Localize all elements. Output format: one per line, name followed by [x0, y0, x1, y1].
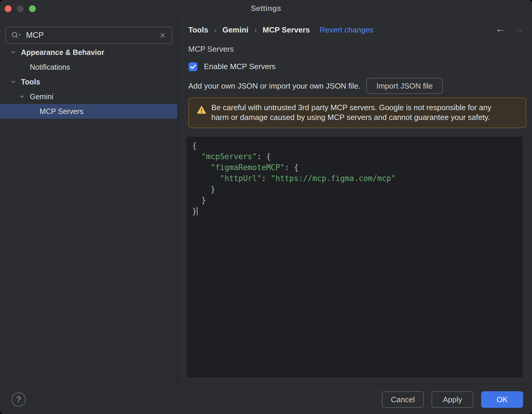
- code-punctuation: }: [192, 185, 215, 194]
- breadcrumb-items: Tools›Gemini›MCP Servers: [188, 25, 310, 35]
- code-string: "https://mcp.figma.com/mcp": [271, 174, 396, 183]
- breadcrumb-item-tools[interactable]: Tools: [188, 25, 208, 35]
- section-title: MCP Servers: [188, 45, 234, 54]
- code-line: "figmaRemoteMCP": {: [192, 162, 523, 173]
- chevron-down-icon[interactable]: [9, 48, 17, 56]
- search-value: MCP: [26, 31, 159, 40]
- code-punctuation: }: [192, 207, 197, 216]
- chevron-down-icon[interactable]: [9, 78, 17, 86]
- code-line: }: [192, 206, 523, 217]
- breadcrumb-item-gemini[interactable]: Gemini: [222, 25, 248, 35]
- json-editor[interactable]: { "mcpServers": { "figmaRemoteMCP": { "h…: [187, 137, 523, 377]
- sidebar-item-tools[interactable]: Tools: [0, 74, 177, 89]
- sidebar-item-label: Gemini: [30, 92, 53, 101]
- clear-search-icon[interactable]: ✕: [159, 32, 166, 39]
- code-punctuation: :: [262, 174, 271, 183]
- revert-changes-link[interactable]: Revert changes: [320, 25, 374, 35]
- code-string: "mcpServers": [201, 152, 257, 161]
- back-arrow-icon[interactable]: ←: [495, 23, 505, 35]
- settings-tree: Appearance & BehaviorNotificationsToolsG…: [0, 45, 177, 119]
- ok-button[interactable]: OK: [481, 391, 523, 408]
- breadcrumb-separator: ›: [254, 26, 257, 34]
- sidebar-item-mcp-servers[interactable]: MCP Servers: [0, 104, 177, 119]
- breadcrumb: Tools›Gemini›MCP Servers Revert changes: [188, 25, 374, 35]
- code-punctuation: [192, 152, 201, 161]
- breadcrumb-item-mcp-servers[interactable]: MCP Servers: [263, 25, 310, 35]
- code-punctuation: {: [192, 141, 197, 150]
- code-string: "httpUrl": [220, 174, 262, 183]
- main-panel: Tools›Gemini›MCP Servers Revert changes …: [178, 17, 532, 384]
- search-icon[interactable]: [11, 31, 21, 40]
- code-line: }: [192, 195, 523, 206]
- import-instruction: Add your own JSON or import your own JSO…: [188, 82, 360, 91]
- breadcrumb-separator: ›: [214, 26, 216, 34]
- settings-window: Settings MCP ✕ Appearance & BehaviorNoti…: [0, 0, 532, 414]
- code-punctuation: [192, 163, 211, 172]
- import-json-button[interactable]: Import JSON file: [366, 78, 443, 94]
- enable-mcp-checkbox[interactable]: [189, 62, 197, 71]
- section-header: MCP Servers: [188, 45, 523, 54]
- sidebar-item-label: Appearance & Behavior: [21, 48, 104, 57]
- search-input[interactable]: MCP ✕: [5, 27, 172, 44]
- sidebar-item-label: Notifications: [30, 63, 70, 71]
- sidebar-item-gemini[interactable]: Gemini: [0, 89, 177, 104]
- code-punctuation: }: [192, 196, 206, 205]
- warning-text: Be careful with untrusted 3rd party MCP …: [211, 103, 510, 122]
- sidebar-item-appearance-behavior[interactable]: Appearance & Behavior: [0, 45, 177, 60]
- window-title: Settings: [0, 0, 532, 17]
- code-line: }: [192, 184, 523, 195]
- code-punctuation: : {: [285, 163, 299, 172]
- checkmark-icon: [190, 64, 196, 69]
- code-punctuation: [192, 174, 220, 183]
- code-line: "httpUrl": "https://mcp.figma.com/mcp": [192, 173, 523, 184]
- warning-icon: [197, 106, 206, 122]
- enable-mcp-label: Enable MCP Servers: [204, 62, 275, 71]
- sidebar-item-label: Tools: [21, 78, 40, 86]
- forward-arrow-icon: →: [514, 23, 524, 35]
- title-bar: Settings: [0, 0, 532, 17]
- cancel-button[interactable]: Cancel: [382, 391, 424, 408]
- apply-button[interactable]: Apply: [432, 391, 473, 408]
- sidebar-item-label: MCP Servers: [40, 107, 83, 116]
- text-cursor: [197, 207, 197, 215]
- help-button[interactable]: ?: [12, 392, 26, 407]
- warning-banner: Be careful with untrusted 3rd party MCP …: [188, 97, 526, 128]
- code-string: "figmaRemoteMCP": [211, 163, 285, 172]
- settings-sidebar: MCP ✕ Appearance & BehaviorNotifications…: [0, 17, 177, 384]
- section-divider: [240, 49, 523, 49]
- sidebar-item-notifications[interactable]: Notifications: [0, 60, 177, 74]
- code-punctuation: : {: [257, 152, 271, 161]
- code-line: "mcpServers": {: [192, 151, 523, 162]
- code-line: {: [192, 140, 523, 151]
- footer-bar: ? Cancel Apply OK: [0, 384, 532, 414]
- chevron-down-icon[interactable]: [18, 93, 26, 100]
